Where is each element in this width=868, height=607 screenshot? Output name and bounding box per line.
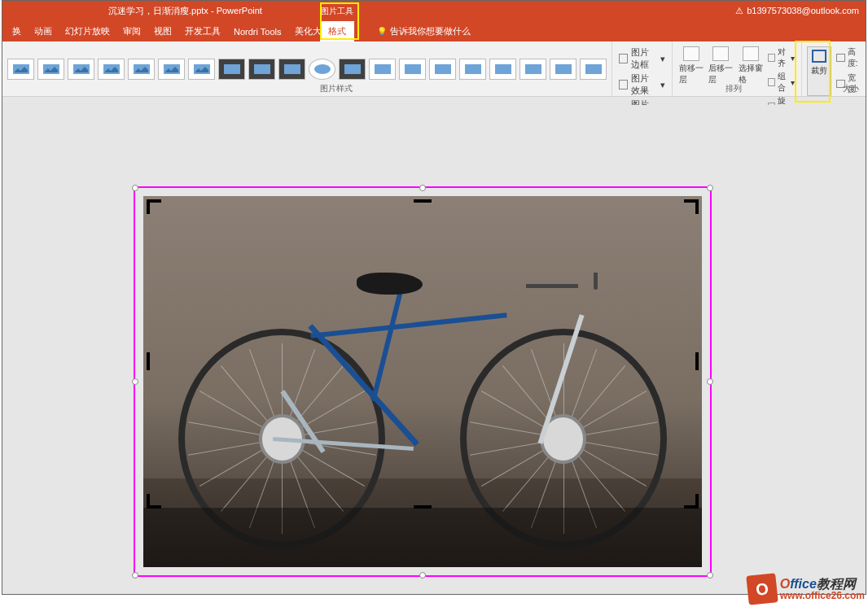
ribbon: 图片边框 ▾ 图片效果 ▾ 图片版式 ▾ 前移一层 后移一层 选择窗格 对齐 ▾… [2,41,866,97]
svg-rect-16 [495,64,511,74]
style-thumb[interactable] [37,59,64,80]
style-thumb[interactable] [459,59,486,80]
tell-me-search[interactable]: 告诉我你想要做什么 [377,25,471,37]
effects-icon [619,80,628,90]
resize-handle[interactable] [132,378,138,385]
watermark-logo: O [746,573,778,605]
crop-excluded-region [143,508,702,567]
slide-canvas[interactable] [9,105,859,587]
style-thumb[interactable] [128,59,155,80]
style-thumb[interactable] [399,59,426,80]
crop-handle-bl[interactable] [147,494,161,509]
bring-forward-icon [683,46,699,61]
style-thumb[interactable] [218,59,245,80]
tab-transition[interactable]: 换 [12,25,21,37]
svg-rect-14 [435,64,451,74]
style-thumb[interactable] [309,59,335,80]
resize-handle[interactable] [419,185,426,191]
style-thumb[interactable] [580,59,607,80]
picture-styles-gallery[interactable] [2,41,612,96]
style-thumb[interactable] [188,59,215,80]
svg-rect-19 [585,64,602,74]
border-icon [619,54,628,63]
resize-handle[interactable] [707,572,713,579]
title-bar: 沉迷学习，日渐消瘦.pptx - PowerPoint b1397573038@… [2,1,866,21]
svg-rect-13 [405,64,421,74]
svg-point-10 [314,64,331,74]
send-backward-icon [712,46,729,61]
contextual-tab-group: 图片工具 格式 [320,1,354,41]
ribbon-tabs: 换 动画 幻灯片放映 审阅 视图 开发工具 Nordri Tools 美化大师 … [2,21,866,41]
style-thumb[interactable] [7,59,34,80]
style-thumb[interactable] [550,59,576,80]
crop-handle-bottom[interactable] [414,505,432,509]
svg-rect-9 [284,64,300,74]
user-account[interactable]: b1397573038@outlook.com [735,6,859,16]
style-thumb[interactable] [158,59,185,80]
resize-handle[interactable] [419,572,426,579]
tab-slideshow[interactable]: 幻灯片放映 [65,25,110,37]
group-icon [768,78,775,86]
bring-forward-button[interactable]: 前移一层 [679,46,704,96]
watermark-url: www.office26.com [780,591,865,601]
svg-rect-8 [254,64,270,74]
crop-handle-left[interactable] [147,352,150,370]
tab-developer[interactable]: 开发工具 [185,25,221,37]
group-button[interactable]: 组合 ▾ [768,71,795,94]
style-thumb[interactable] [68,59,94,80]
align-button[interactable]: 对齐 ▾ [768,46,795,69]
group-label-size: 大小 [843,83,859,94]
picture-content [143,196,702,567]
svg-rect-17 [525,64,541,74]
align-icon [768,54,775,62]
style-thumb[interactable] [248,59,275,80]
resize-handle[interactable] [132,185,138,191]
resize-handle[interactable] [132,572,138,579]
height-icon [836,54,845,62]
height-field[interactable]: 高度: [836,46,861,69]
crop-handle-br[interactable] [684,494,699,509]
svg-rect-18 [555,64,572,74]
style-thumb[interactable] [339,59,366,80]
style-thumb[interactable] [489,59,516,80]
picture-effects-button[interactable]: 图片效果 ▾ [619,72,665,97]
crop-icon [811,49,827,63]
style-thumb[interactable] [369,59,396,80]
style-thumb[interactable] [519,59,546,80]
resize-handle[interactable] [707,185,713,191]
document-title: 沉迷学习，日渐消瘦.pptx - PowerPoint [108,5,262,17]
tab-animation[interactable]: 动画 [34,25,52,37]
group-label-arrange: 排列 [726,83,742,94]
crop-handle-tl[interactable] [147,199,161,214]
svg-rect-15 [465,64,481,74]
svg-rect-11 [344,64,361,74]
resize-handle[interactable] [707,378,713,385]
crop-button[interactable]: 裁剪 [807,46,831,96]
context-title: 图片工具 [321,1,353,21]
group-label-styles: 图片样式 [320,83,353,94]
style-thumb[interactable] [98,59,125,80]
watermark: O Office教程网 www.office26.com [747,574,865,604]
selection-pane-icon [743,46,759,61]
picture-border-button[interactable]: 图片边框 ▾ [619,46,665,71]
style-thumb[interactable] [429,59,456,80]
style-thumb[interactable] [278,59,305,80]
tab-review[interactable]: 审阅 [123,25,141,37]
svg-rect-7 [224,64,240,74]
crop-handle-top[interactable] [414,199,432,203]
picture-options: 图片边框 ▾ 图片效果 ▾ 图片版式 ▾ [612,41,672,96]
tab-nordri[interactable]: Nordri Tools [234,27,282,37]
tab-view[interactable]: 视图 [154,25,172,37]
watermark-title: Office教程网 [780,577,865,592]
svg-rect-12 [375,64,391,74]
crop-handle-tr[interactable] [684,199,699,214]
crop-handle-right[interactable] [695,352,699,370]
selection-pane-button[interactable]: 选择窗格 [739,46,764,96]
selected-picture[interactable] [134,186,712,577]
tab-format[interactable]: 格式 [320,21,354,41]
